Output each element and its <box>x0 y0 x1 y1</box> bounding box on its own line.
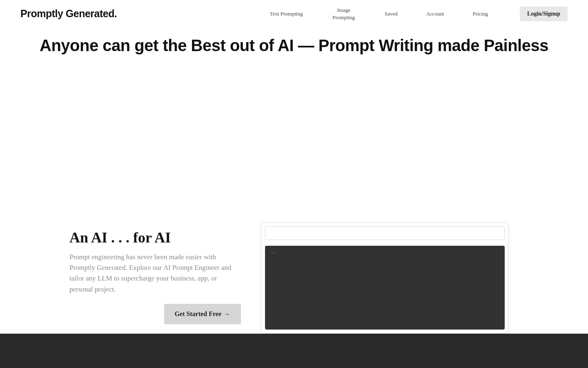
login-signup-button[interactable]: Login/Signup <box>520 7 568 21</box>
feature-heading: An AI . . . for AI <box>69 230 241 246</box>
hero-headline: Anyone can get the Best out of AI — Prom… <box>0 36 588 55</box>
nav-account[interactable]: Account <box>426 10 444 18</box>
nav-text-prompting[interactable]: Text Prompting <box>270 10 303 18</box>
prompt-output-box: ... <box>265 246 505 330</box>
feature-description: Prompt engineering has never been made e… <box>69 252 241 295</box>
prompt-demo-card: ... <box>261 222 508 333</box>
arrow-right-icon: → <box>224 311 230 317</box>
feature-section: An AI . . . for AI Prompt engineering ha… <box>0 222 588 333</box>
cta-label: Get Started Free <box>175 310 221 318</box>
hero-spacer <box>0 55 588 222</box>
dark-footer-band <box>0 334 588 368</box>
prompt-input[interactable] <box>265 226 505 240</box>
nav-saved[interactable]: Saved <box>385 10 398 18</box>
top-navbar: Promptly Generated. Text Prompting Image… <box>0 0 588 27</box>
nav-image-prompting[interactable]: Image Prompting <box>332 7 356 21</box>
get-started-button[interactable]: Get Started Free → <box>164 304 241 324</box>
nav-links: Text Prompting Image Prompting Saved Acc… <box>270 7 488 21</box>
feature-left-column: An AI . . . for AI Prompt engineering ha… <box>69 222 241 324</box>
cta-wrap: Get Started Free → <box>69 304 241 324</box>
nav-pricing[interactable]: Pricing <box>473 10 488 18</box>
site-logo[interactable]: Promptly Generated. <box>20 8 117 20</box>
nav-right-group: Text Prompting Image Prompting Saved Acc… <box>270 7 568 21</box>
